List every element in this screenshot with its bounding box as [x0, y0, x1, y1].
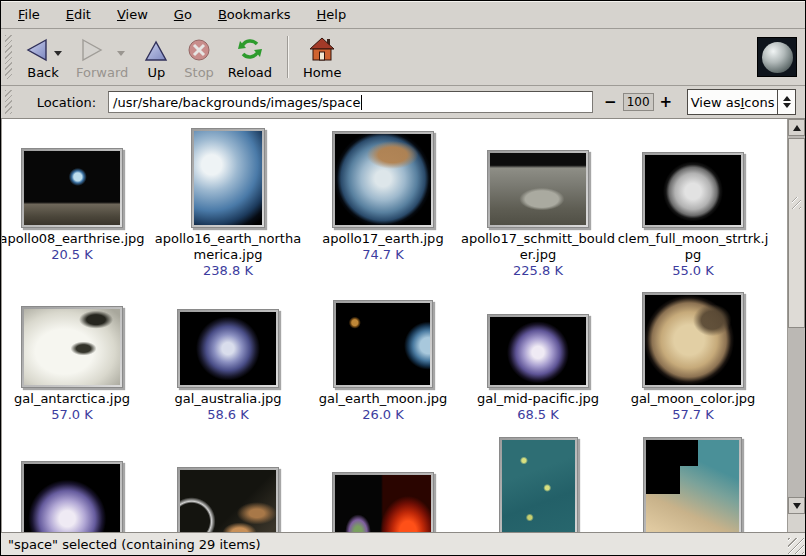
reload-button-label: Reload	[228, 65, 272, 81]
file-thumbnail-earthmoon[interactable]	[333, 300, 433, 388]
menu-view[interactable]: View	[104, 2, 161, 27]
file-name[interactable]: gal_australia.jpg	[151, 391, 305, 407]
toolbar-drag-handle[interactable]	[5, 35, 12, 79]
file-name[interactable]: apollo17_schmitt_boulder.jpg	[461, 231, 615, 263]
zoom-out-button[interactable]: −	[603, 95, 618, 110]
scrollbar-thumb[interactable]	[788, 138, 805, 328]
zoom-controls: − 100 +	[603, 93, 673, 111]
thumbnail-image	[24, 309, 120, 385]
menu-go[interactable]: Go	[161, 2, 205, 27]
file-name[interactable]: gal_moon_color.jpg	[616, 391, 770, 407]
file-name[interactable]: clem_full_moon_strtrk.jpg	[616, 231, 770, 263]
file-size[interactable]: 55.0 K	[616, 263, 770, 279]
location-value: /usr/share/backgrounds/images/space	[113, 95, 360, 110]
back-history-dropdown-icon[interactable]	[54, 51, 62, 56]
file-size[interactable]: 57.7 K	[616, 407, 770, 423]
stop-button[interactable]: Stop	[177, 32, 221, 82]
throbber	[757, 37, 797, 77]
content-area: apollo08_earthrise.jpg 20.5 K apollo16_e…	[1, 119, 805, 532]
thumbnail-image	[336, 303, 430, 385]
vertical-scrollbar[interactable]	[787, 119, 805, 532]
file-size[interactable]: 225.8 K	[461, 263, 615, 279]
back-icon	[24, 38, 50, 62]
file-thumbnail-apollo17earth[interactable]	[332, 131, 434, 228]
file-name[interactable]: apollo17_earth.jpg	[306, 231, 460, 247]
file-name[interactable]: gal_mid-pacific.jpg	[461, 391, 615, 407]
menu-edit[interactable]: Edit	[53, 2, 104, 27]
file-grid[interactable]: apollo08_earthrise.jpg 20.5 K apollo16_e…	[2, 119, 787, 532]
location-input[interactable]: /usr/share/backgrounds/images/space	[108, 91, 593, 113]
file-label[interactable]: apollo08_earthrise.jpg 20.5 K	[2, 231, 149, 263]
location-bar-drag-handle[interactable]	[5, 90, 12, 114]
zoom-in-button[interactable]: +	[659, 95, 674, 110]
location-bar: Location: /usr/share/backgrounds/images/…	[1, 86, 805, 119]
file-thumbnail-apollo16[interactable]	[191, 128, 265, 228]
up-icon	[144, 40, 168, 62]
thumbnail-image	[646, 440, 739, 532]
file-name[interactable]: apollo08_earthrise.jpg	[2, 231, 149, 247]
up-button-label: Up	[147, 65, 165, 81]
file-thumbnail-orangenebula[interactable]	[643, 437, 742, 532]
file-label[interactable]: gal_earth_moon.jpg 26.0 K	[306, 391, 460, 423]
file-label[interactable]: apollo17_earth.jpg 74.7 K	[306, 231, 460, 263]
file-size[interactable]: 58.6 K	[151, 407, 305, 423]
throbber-globe-icon	[762, 42, 793, 73]
file-thumbnail-earthpurple[interactable]	[21, 461, 123, 532]
menu-help[interactable]: Help	[304, 2, 360, 27]
file-thumbnail-nebulapair[interactable]	[332, 472, 434, 532]
reload-button[interactable]: Reload	[221, 32, 279, 82]
window-resize-grip[interactable]	[788, 538, 804, 554]
thumbnail-image	[180, 312, 276, 385]
file-thumbnail-earthrise[interactable]	[21, 148, 123, 228]
file-size[interactable]: 26.0 K	[306, 407, 460, 423]
file-label[interactable]: apollo16_earth_northamerica.jpg 238.8 K	[151, 231, 305, 279]
file-label[interactable]: gal_mid-pacific.jpg 68.5 K	[461, 391, 615, 423]
file-thumbnail-boulder[interactable]	[487, 150, 589, 228]
file-thumbnail-tealnebula[interactable]	[499, 437, 578, 532]
forward-button[interactable]: Forward	[69, 32, 135, 82]
forward-history-dropdown-icon[interactable]	[117, 51, 125, 56]
text-caret	[361, 95, 362, 110]
thumbnail-image	[335, 134, 431, 225]
file-name[interactable]: gal_antarctica.jpg	[2, 391, 149, 407]
up-button[interactable]: Up	[135, 32, 177, 82]
file-size[interactable]: 57.0 K	[2, 407, 149, 423]
scrollbar-corner	[788, 514, 805, 532]
file-thumbnail-mooncolor[interactable]	[642, 292, 744, 388]
file-thumbnail-australia[interactable]	[177, 309, 279, 388]
file-size[interactable]: 68.5 K	[461, 407, 615, 423]
thumbnail-image	[194, 131, 262, 225]
zoom-level[interactable]: 100	[623, 93, 654, 111]
scroll-down-button[interactable]	[788, 497, 805, 514]
back-button-label: Back	[27, 65, 59, 81]
file-thumbnail-midpacific[interactable]	[487, 314, 589, 388]
back-button[interactable]: Back	[17, 32, 69, 82]
thumbnail-image	[490, 153, 586, 225]
status-text: "space" selected (containing 29 items)	[8, 537, 261, 552]
home-button-label: Home	[303, 65, 341, 81]
menu-file[interactable]: File	[5, 2, 53, 27]
scrollbar-trough[interactable]	[788, 328, 805, 497]
file-label[interactable]: gal_antarctica.jpg 57.0 K	[2, 391, 149, 423]
file-size[interactable]: 74.7 K	[306, 247, 460, 263]
file-thumbnail-galaxies[interactable]	[177, 467, 279, 532]
toolbar-separator	[287, 36, 288, 78]
view-mode-label: View as Icons	[688, 90, 777, 114]
file-size[interactable]: 20.5 K	[2, 247, 149, 263]
thumbnail-image	[645, 155, 741, 225]
file-label[interactable]: clem_full_moon_strtrk.jpg 55.0 K	[616, 231, 770, 279]
scroll-up-button[interactable]	[788, 119, 805, 136]
view-mode-dropdown[interactable]: View as Icons	[687, 89, 796, 115]
file-label[interactable]: gal_moon_color.jpg 57.7 K	[616, 391, 770, 423]
file-label[interactable]: gal_australia.jpg 58.6 K	[151, 391, 305, 423]
file-name[interactable]: apollo16_earth_northamerica.jpg	[151, 231, 305, 263]
home-button[interactable]: Home	[296, 32, 348, 82]
file-thumbnail-clemmoon[interactable]	[642, 152, 744, 228]
file-name[interactable]: gal_earth_moon.jpg	[306, 391, 460, 407]
home-icon	[309, 36, 335, 62]
menu-bookmarks[interactable]: Bookmarks	[205, 2, 304, 27]
file-thumbnail-antarctica[interactable]	[21, 306, 123, 388]
file-size[interactable]: 238.8 K	[151, 263, 305, 279]
dropdown-arrow-icon[interactable]	[777, 90, 795, 114]
file-label[interactable]: apollo17_schmitt_boulder.jpg 225.8 K	[461, 231, 615, 279]
